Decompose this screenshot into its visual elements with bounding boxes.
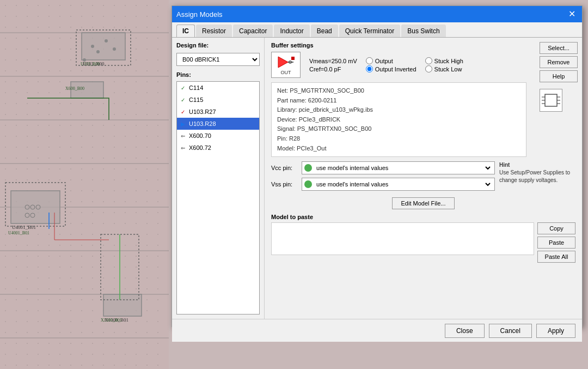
model-paste-area: Copy Paste Paste All xyxy=(271,222,575,263)
paste-buttons: Copy Paste Paste All xyxy=(537,222,575,263)
pin-check-u103r27: ✓ xyxy=(179,109,187,115)
model-library: Library: pcie_dbrick_u103_wPkg.ibs xyxy=(277,105,520,115)
dialog-title: Assign Models xyxy=(176,10,223,19)
tab-bead[interactable]: Bead xyxy=(311,25,338,37)
pin-name-x60072: X600.72 xyxy=(189,144,257,151)
model-pin: Pin: R28 xyxy=(277,134,520,144)
radio-output-label: Output xyxy=(375,58,393,64)
design-file-select[interactable]: B00 dBRICK1 xyxy=(176,53,260,66)
pins-label: Pins: xyxy=(176,71,260,78)
vcc-green-dot xyxy=(304,164,312,172)
buffer-row: OUT Vmeas=250.0 mV Cref=0.0 pF Output xyxy=(271,52,575,78)
model-paste-label: Model to paste xyxy=(271,214,575,220)
vmeas-label: Vmeas=250.0 mV xyxy=(309,58,357,64)
action-buttons: Select... Remove Help xyxy=(540,42,578,112)
radio-stuck-high[interactable]: Stuck High xyxy=(425,57,463,64)
design-file-label: Design file: xyxy=(176,42,260,49)
tab-bus-switch[interactable]: Bus Switch xyxy=(401,25,445,37)
model-paste-box[interactable] xyxy=(271,222,534,255)
copy-button[interactable]: Copy xyxy=(537,222,575,234)
ic-icon xyxy=(540,89,562,112)
pin-check-u103r28: ▶ xyxy=(179,121,187,127)
vss-select-wrapper: use model's internal values xyxy=(302,178,495,191)
radio-stuck-high-input[interactable] xyxy=(425,57,432,64)
pin-name-x60070: X600.70 xyxy=(189,132,257,139)
pin-name-u103r28: U103.R28 xyxy=(189,120,257,127)
pin-item-u103r27[interactable]: ✓ U103.R27 xyxy=(177,106,259,118)
model-model: Model: PCIe3_Out xyxy=(277,144,520,154)
dialog-close-button[interactable]: ✕ xyxy=(566,10,578,19)
model-net: Net: PS_MGTRTXN0_SOC_B00 xyxy=(277,86,520,96)
vcc-vss-section: Vcc pin: use model's internal values Vss… xyxy=(271,161,575,191)
tab-inductor[interactable]: Inductor xyxy=(274,25,309,37)
pin-check-c114: ✓ xyxy=(179,85,187,91)
radio-stuck-low-input[interactable] xyxy=(425,65,432,72)
vcc-label: Vcc pin: xyxy=(271,165,298,171)
pin-item-x60070[interactable]: ⇐ X600.70 xyxy=(177,130,259,142)
vss-label: Vss pin: xyxy=(271,181,298,187)
hint-text: Use Setup/Power Supplies to change suppl… xyxy=(499,169,575,184)
model-device: Device: PCIe3_dBRICK xyxy=(277,115,520,125)
pin-name-c114: C114 xyxy=(189,84,257,91)
radio-stuck-low[interactable]: Stuck Low xyxy=(425,65,463,72)
radio-output[interactable]: Output xyxy=(366,57,416,64)
vcc-vss-controls: Vcc pin: use model's internal values Vss… xyxy=(271,161,495,191)
pin-check-c115: ✓ xyxy=(179,97,187,103)
tab-ic[interactable]: IC xyxy=(176,25,195,37)
pin-item-x60072[interactable]: ⇐ X600.72 xyxy=(177,142,259,154)
pcb-background xyxy=(0,0,169,369)
dialog-title-bar: Assign Models ✕ xyxy=(172,6,582,22)
pin-item-c114[interactable]: ✓ C114 xyxy=(177,82,259,94)
vss-pin-row: Vss pin: use model's internal values xyxy=(271,178,495,191)
vcc-select[interactable]: use model's internal values xyxy=(314,164,492,172)
edit-model-container: Edit Model File... xyxy=(271,195,575,209)
pin-name-u103r27: U103.R27 xyxy=(189,108,257,115)
radio-output-inverted[interactable]: Output Inverted xyxy=(366,65,416,72)
vss-select[interactable]: use model's internal values xyxy=(314,180,492,188)
buffer-settings-title: Buffer settings xyxy=(271,42,575,49)
radio-output-input[interactable] xyxy=(366,57,373,64)
vmeas-cref: Vmeas=250.0 mV Cref=0.0 pF xyxy=(309,58,357,72)
radio-group-1: Output Output Inverted xyxy=(366,57,416,72)
model-signal: Signal: PS_MGTRTXN0_SOC_B00 xyxy=(277,124,520,134)
right-panel: Select... Remove Help xyxy=(265,38,582,319)
remove-button[interactable]: Remove xyxy=(540,56,578,68)
assign-models-dialog: Assign Models ✕ IC Resistor Capacitor In… xyxy=(171,5,583,327)
close-button[interactable]: Close xyxy=(445,324,485,338)
hint-box: Hint Use Setup/Power Supplies to change … xyxy=(499,161,575,184)
apply-button[interactable]: Apply xyxy=(536,324,575,338)
model-part-name: Part name: 6200-0211 xyxy=(277,96,520,106)
radio-output-inverted-input[interactable] xyxy=(366,65,373,72)
dialog-body: Design file: B00 dBRICK1 Pins: ✓ C114 ✓ … xyxy=(172,38,582,319)
pin-item-c115[interactable]: ✓ C115 xyxy=(177,94,259,106)
radio-stuck-low-label: Stuck Low xyxy=(434,66,462,72)
model-info-box: Net: PS_MGTRTXN0_SOC_B00 Part name: 6200… xyxy=(271,82,526,157)
pins-list: ✓ C114 ✓ C115 ✓ U103.R27 ▶ U103.R28 ⇐ xyxy=(176,81,260,314)
tab-capacitor[interactable]: Capacitor xyxy=(233,25,273,37)
edit-model-button[interactable]: Edit Model File... xyxy=(392,197,455,209)
cref-label: Cref=0.0 pF xyxy=(309,66,357,72)
svg-rect-10 xyxy=(291,57,295,60)
buffer-settings-section: Buffer settings xyxy=(271,42,575,78)
pin-name-c115: C115 xyxy=(189,96,257,103)
buffer-out-label: OUT xyxy=(281,70,291,75)
help-button[interactable]: Help xyxy=(540,70,578,82)
cancel-button[interactable]: Cancel xyxy=(489,324,532,338)
radio-output-inverted-label: Output Inverted xyxy=(375,66,416,72)
svg-rect-0 xyxy=(545,94,557,106)
radio-stuck-high-label: Stuck High xyxy=(434,58,463,64)
pin-check-x60070: ⇐ xyxy=(179,133,187,139)
paste-button[interactable]: Paste xyxy=(537,237,575,249)
radio-group-2: Stuck High Stuck Low xyxy=(425,57,463,72)
tab-quick-terminator[interactable]: Quick Terminator xyxy=(339,25,400,37)
model-paste-section: Model to paste Copy Paste Paste All xyxy=(271,214,575,263)
vcc-pin-row: Vcc pin: use model's internal values xyxy=(271,161,495,174)
vss-green-dot xyxy=(304,180,312,188)
tab-resistor[interactable]: Resistor xyxy=(196,25,232,37)
paste-all-button[interactable]: Paste All xyxy=(537,251,575,263)
left-panel: Design file: B00 dBRICK1 Pins: ✓ C114 ✓ … xyxy=(172,38,265,319)
svg-marker-7 xyxy=(278,57,288,68)
pin-item-u103r28[interactable]: ▶ U103.R28 xyxy=(177,118,259,130)
hint-title: Hint xyxy=(499,161,575,169)
select-button[interactable]: Select... xyxy=(540,42,578,54)
